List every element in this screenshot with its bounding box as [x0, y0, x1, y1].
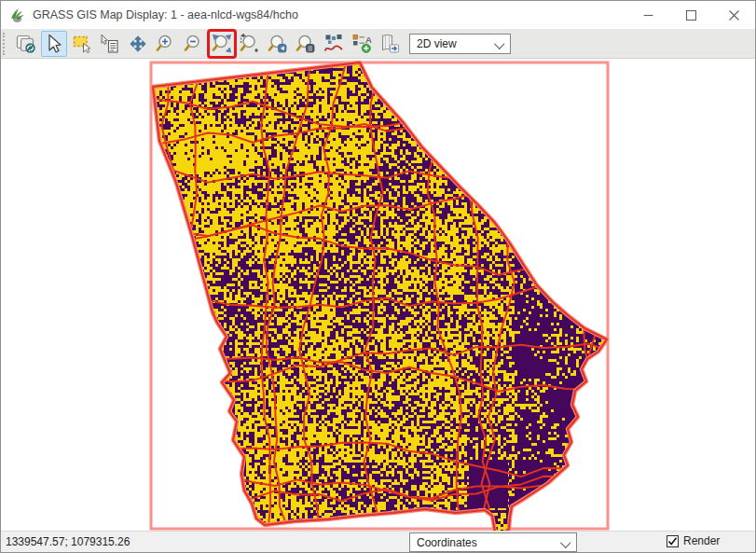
render-checkbox[interactable]	[667, 535, 679, 547]
analyze-map-button[interactable]	[321, 31, 347, 57]
map-display-area	[1, 59, 755, 532]
save-display-icon	[378, 33, 401, 55]
zoom-to-extent-button[interactable]	[209, 31, 235, 57]
map-toolbar: A 2D view	[1, 29, 755, 59]
overlay-icon: A	[351, 33, 373, 55]
zoom-in-button[interactable]	[153, 31, 179, 57]
zoom-out-icon	[183, 33, 205, 55]
analyze-icon	[323, 33, 345, 55]
select-icon	[71, 33, 93, 55]
close-icon	[729, 10, 739, 21]
zoom-region-icon	[239, 33, 261, 55]
zoom-in-icon	[155, 33, 177, 55]
minimize-button[interactable]	[626, 1, 669, 29]
svg-text:A: A	[365, 34, 372, 44]
red-highlight-annotation	[208, 31, 236, 57]
view-mode-dropdown[interactable]: 2D view	[409, 34, 511, 54]
save-display-button[interactable]	[377, 31, 403, 57]
render-display-button[interactable]	[13, 31, 39, 57]
close-button[interactable]	[712, 1, 755, 29]
render-label: Render	[683, 534, 720, 547]
statusbar-mode-value: Coordinates	[417, 536, 477, 549]
render-map-icon	[15, 33, 37, 55]
pan-button[interactable]	[125, 31, 151, 57]
pointer-icon	[43, 33, 65, 55]
toolbar-grip[interactable]	[3, 33, 9, 55]
query-button[interactable]	[97, 31, 123, 57]
window-controls	[626, 1, 755, 29]
zoom-to-region-button[interactable]	[237, 31, 263, 57]
zoom-back-icon	[267, 33, 289, 55]
zoom-menu-icon	[295, 33, 317, 55]
grass-map-display-window: GRASS GIS Map Display: 1 - aea-nlcd-wgs8…	[0, 0, 756, 553]
map-canvas[interactable]	[1, 59, 755, 532]
maximize-icon	[686, 10, 696, 21]
chevron-down-icon	[494, 38, 504, 48]
render-toggle-group: Render	[667, 534, 720, 547]
titlebar[interactable]: GRASS GIS Map Display: 1 - aea-nlcd-wgs8…	[1, 1, 755, 29]
window-title: GRASS GIS Map Display: 1 - aea-nlcd-wgs8…	[33, 8, 298, 21]
add-overlay-button[interactable]: A	[349, 31, 375, 57]
minimize-icon	[643, 10, 653, 21]
select-features-button[interactable]	[69, 31, 95, 57]
pan-icon	[127, 33, 149, 55]
zoom-extent-icon	[211, 33, 233, 55]
chevron-down-icon	[560, 538, 570, 548]
maximize-button[interactable]	[669, 1, 712, 29]
statusbar-mode-dropdown[interactable]: Coordinates	[409, 532, 577, 552]
statusbar: 1339547.57; 1079315.26 Coordinates Rende…	[1, 531, 755, 552]
check-icon	[667, 536, 678, 546]
zoom-options-button[interactable]	[293, 31, 319, 57]
query-icon	[99, 33, 121, 55]
view-mode-value: 2D view	[417, 37, 457, 50]
zoom-out-button[interactable]	[181, 31, 207, 57]
pointer-button[interactable]	[41, 31, 67, 57]
return-to-previous-zoom-button[interactable]	[265, 31, 291, 57]
grass-logo-icon	[8, 7, 25, 23]
coordinates-readout: 1339547.57; 1079315.26	[6, 535, 130, 548]
